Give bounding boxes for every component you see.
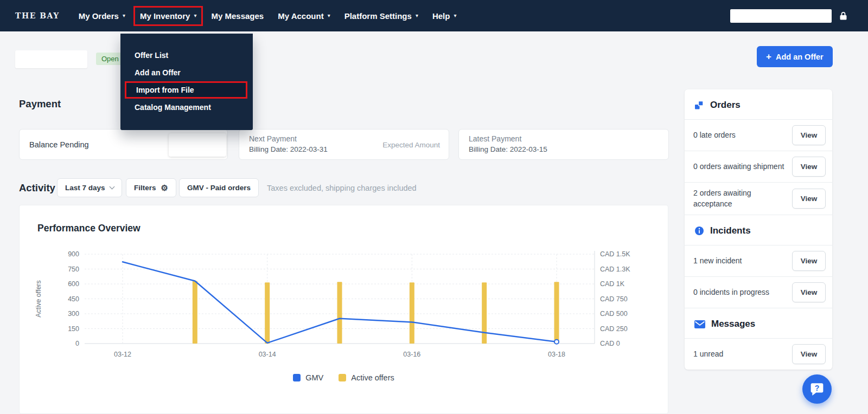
- svg-text:03-18: 03-18: [548, 351, 565, 358]
- svg-text:CAD 1.3K: CAD 1.3K: [600, 266, 630, 273]
- svg-text:150: 150: [68, 325, 79, 333]
- awaiting-acceptance-label: 2 orders awaiting acceptance: [693, 188, 788, 209]
- filters-label: Filters: [134, 184, 156, 192]
- svg-text:600: 600: [68, 280, 79, 288]
- svg-text:CAD 500: CAD 500: [600, 310, 628, 318]
- payment-section-title: Payment: [19, 98, 61, 110]
- svg-text:750: 750: [68, 266, 79, 273]
- nav-platform-settings[interactable]: Platform Settings ▾: [339, 7, 424, 25]
- caret-down-icon: ▾: [123, 13, 125, 18]
- balance-pending-card: Balance Pending: [19, 129, 228, 160]
- svg-text:Active offers: Active offers: [35, 280, 42, 318]
- nav-my-inventory[interactable]: My Inventory ▾: [133, 6, 203, 26]
- filters-button[interactable]: Filters ⚙: [126, 178, 176, 197]
- caret-down-icon: ▾: [416, 13, 418, 18]
- late-orders-row: 0 late orders View: [685, 119, 832, 151]
- svg-text:CAD 250: CAD 250: [600, 325, 628, 333]
- page: THE BAY My Orders ▾ My Inventory ▾ My Me…: [0, 0, 868, 414]
- svg-text:?: ?: [815, 384, 820, 392]
- svg-text:450: 450: [68, 295, 79, 303]
- incidents-section-title: Incidents: [710, 225, 751, 236]
- legend-active-offers-label: Active offers: [351, 373, 394, 382]
- view-incidents-in-progress-button[interactable]: View: [792, 282, 826, 302]
- main-nav: My Orders ▾ My Inventory ▾ My Messages M…: [73, 6, 463, 26]
- performance-overview-card: Performance Overview 03-1203-1403-1603-1…: [19, 205, 668, 414]
- svg-text:CAD 1.5K: CAD 1.5K: [600, 250, 630, 258]
- gmv-swatch: [293, 374, 301, 381]
- shop-name-box: [15, 50, 87, 68]
- messages-section-header: Messages: [685, 308, 832, 338]
- add-an-offer-label: Add an Offer: [776, 53, 824, 61]
- messages-section-title: Messages: [711, 319, 755, 329]
- nav-right: [730, 9, 847, 23]
- my-inventory-dropdown: Offer List Add an Offer Import from File…: [120, 34, 253, 130]
- brand-logo: THE BAY: [15, 11, 60, 20]
- svg-text:03-14: 03-14: [259, 351, 276, 358]
- gear-icon: ⚙: [161, 184, 168, 192]
- nav-my-account[interactable]: My Account ▾: [272, 7, 336, 25]
- balance-amount-box: [169, 133, 226, 157]
- nav-help[interactable]: Help ▾: [426, 7, 463, 25]
- help-button[interactable]: ?: [802, 374, 832, 404]
- performance-chart: 03-1203-1403-1603-180150300450600750900C…: [33, 243, 646, 371]
- svg-text:CAD 0: CAD 0: [600, 340, 620, 347]
- awaiting-acceptance-row: 2 orders awaiting acceptance View: [685, 182, 832, 215]
- latest-payment-card: Latest Payment Billing Date: 2022-03-15: [458, 129, 669, 160]
- nav-my-messages[interactable]: My Messages: [205, 7, 270, 25]
- menu-add-an-offer[interactable]: Add an Offer: [120, 64, 253, 81]
- svg-text:03-12: 03-12: [114, 351, 131, 358]
- svg-text:300: 300: [68, 310, 79, 318]
- date-range-label: Last 7 days: [65, 184, 105, 192]
- caret-down-icon: ▾: [194, 13, 196, 18]
- view-new-incident-button[interactable]: View: [792, 251, 826, 271]
- add-an-offer-button[interactable]: + Add an Offer: [757, 46, 833, 67]
- search-input[interactable]: [730, 9, 832, 23]
- menu-import-from-file[interactable]: Import from File: [125, 81, 247, 99]
- chevron-down-icon: [109, 184, 114, 190]
- help-bubble-icon: ?: [810, 382, 824, 396]
- incidents-in-progress-label: 0 incidents in progress: [693, 287, 769, 298]
- top-nav: THE BAY My Orders ▾ My Inventory ▾ My Me…: [0, 0, 868, 31]
- svg-text:0: 0: [75, 340, 79, 347]
- view-awaiting-acceptance-button[interactable]: View: [792, 189, 826, 209]
- active-offers-swatch: [339, 374, 346, 381]
- nav-my-orders[interactable]: My Orders ▾: [73, 7, 131, 25]
- caret-down-icon: ▾: [454, 13, 456, 18]
- metric-label: GMV - Paid orders: [187, 184, 251, 192]
- metric-selector-button[interactable]: GMV - Paid orders: [179, 178, 259, 197]
- orders-section-title: Orders: [710, 100, 741, 111]
- svg-text:CAD 1K: CAD 1K: [600, 280, 625, 288]
- view-unread-messages-button[interactable]: View: [792, 344, 826, 364]
- caret-down-icon: ▾: [328, 13, 330, 18]
- nav-platform-settings-label: Platform Settings: [344, 11, 412, 21]
- chart-title: Performance Overview: [37, 223, 141, 234]
- date-range-button[interactable]: Last 7 days: [57, 178, 122, 197]
- balance-pending-label: Balance Pending: [29, 140, 89, 149]
- menu-offer-list[interactable]: Offer List: [120, 47, 253, 64]
- unread-messages-label: 1 unread: [693, 349, 723, 360]
- plus-icon: +: [766, 52, 771, 61]
- orders-section-header: Orders: [685, 89, 832, 119]
- tax-note: Taxes excluded, shipping charges include…: [267, 184, 417, 192]
- incidents-in-progress-row: 0 incidents in progress View: [685, 276, 832, 308]
- svg-text:03-16: 03-16: [403, 351, 420, 358]
- info-icon: [694, 226, 704, 236]
- new-incident-row: 1 new incident View: [685, 245, 832, 276]
- legend-gmv[interactable]: GMV: [293, 373, 323, 382]
- next-payment-card: Next Payment Billing Date: 2022-03-31 Ex…: [239, 129, 449, 160]
- envelope-icon: [694, 320, 705, 328]
- latest-payment-title: Latest Payment: [469, 134, 660, 143]
- menu-catalog-management[interactable]: Catalog Management: [120, 99, 253, 116]
- lock-icon: [839, 11, 847, 21]
- nav-my-orders-label: My Orders: [79, 11, 119, 21]
- view-awaiting-shipment-button[interactable]: View: [792, 157, 826, 177]
- orders-icon: [694, 100, 704, 110]
- awaiting-shipment-label: 0 orders awaiting shipment: [693, 161, 784, 172]
- unread-messages-row: 1 unread View: [685, 338, 832, 370]
- legend-active-offers[interactable]: Active offers: [339, 373, 394, 382]
- nav-my-inventory-label: My Inventory: [140, 11, 190, 21]
- legend-gmv-label: GMV: [305, 373, 323, 382]
- chart-legend: GMV Active offers: [20, 373, 668, 382]
- svg-text:900: 900: [68, 250, 79, 258]
- view-late-orders-button[interactable]: View: [792, 125, 826, 145]
